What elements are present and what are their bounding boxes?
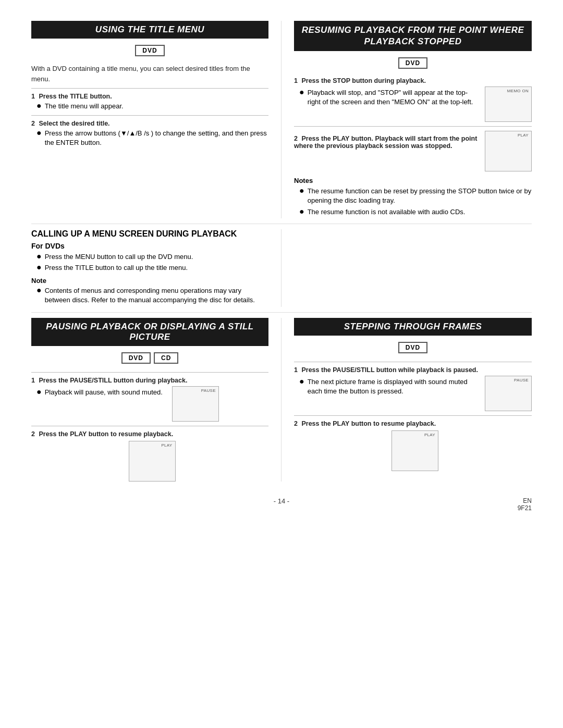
title-step-2-label: 2 Select the desired title. <box>31 120 268 127</box>
pause-step-1-bullet: ● Playback will pause, with sound muted. <box>36 388 163 397</box>
resume-note-2: ● The resume function is not available w… <box>299 207 532 217</box>
resume-step-1-label: 1 Press the STOP button during playback. <box>294 77 532 84</box>
calling-note-text: ● Contents of menus and corresponding me… <box>36 286 268 305</box>
calling-menu-title: CALLING UP A MENU SCREEN DURING PLAYBACK <box>31 229 268 239</box>
footer: - 14 - EN 9F21 <box>31 497 532 505</box>
step-frame-2-label: 2 Press the PLAY button to resume playba… <box>294 420 532 427</box>
resume-step-2-content: 2 Press the PLAY button. Playback will s… <box>294 131 532 171</box>
stepping-frames-section: STEPPING THROUGH FRAMES DVD 1 Press the … <box>282 318 532 482</box>
dvd-badge-title: DVD <box>135 45 164 56</box>
calling-menu-subtitle: For DVDs <box>31 242 268 250</box>
calling-note-label: Note <box>31 277 268 285</box>
calling-bullet-1: ● Press the MENU button to call up the D… <box>36 252 268 262</box>
memo-on-image: MEMO ON <box>485 87 532 122</box>
title-menu-intro: With a DVD containing a title menu, you … <box>31 64 268 84</box>
dvd-badge-step: DVD <box>398 342 427 353</box>
step-pause-image: PAUSE <box>485 376 532 411</box>
product-code: 9F21 <box>518 504 532 512</box>
title-step-1-label: 1 Press the TITLE button. <box>31 93 268 100</box>
using-title-menu-section: USING THE TITLE MENU DVD With a DVD cont… <box>31 21 282 218</box>
language-label: EN <box>518 497 532 504</box>
step-frame-1-bullet: ● The next picture frame is displayed wi… <box>299 377 475 396</box>
pause-image: PAUSE <box>172 386 219 422</box>
pause-step-1-content: ● Playback will pause, with sound muted.… <box>31 386 268 422</box>
play-resume-image: PLAY <box>485 131 532 171</box>
resuming-playback-title: RESUMING PLAYBACK FROM THE POINT WHERE P… <box>294 21 532 51</box>
dvd-badge-resume: DVD <box>398 57 427 69</box>
resume-step-1-content: ● Playback will stop, and "STOP" will ap… <box>294 87 532 122</box>
pausing-playback-title: PAUSING PLAYBACK OR DISPLAYING A STILL P… <box>31 318 268 346</box>
pausing-badges: DVD CD <box>31 350 268 368</box>
pause-step-2-label: 2 Press the PLAY button to resume playba… <box>31 430 268 438</box>
cd-badge-pause: CD <box>154 352 178 364</box>
resume-step-1-bullet: ● Playback will stop, and "STOP" will ap… <box>299 88 478 107</box>
notes-label: Notes <box>294 177 532 184</box>
play-step-image: PLAY <box>391 430 438 471</box>
calling-menu-section: CALLING UP A MENU SCREEN DURING PLAYBACK… <box>31 229 282 307</box>
resume-note-1: ● The resume function can be reset by pr… <box>299 187 532 205</box>
title-step-2-bullet: ● Press the arrow buttons (▼/▲/B /s ) to… <box>36 129 268 147</box>
pausing-playback-section: PAUSING PLAYBACK OR DISPLAYING A STILL P… <box>31 318 282 482</box>
pause-step-2-image-container: PLAY <box>31 441 268 482</box>
play-pause-image: PLAY <box>129 441 176 482</box>
step-frame-1-content: ● The next picture frame is displayed wi… <box>294 376 532 411</box>
dvd-badge-pause: DVD <box>121 352 151 364</box>
resume-step-2-label: 2 Press the PLAY button. Playback will s… <box>294 135 478 150</box>
page-number: - 14 - <box>274 497 289 505</box>
footer-right: EN 9F21 <box>518 497 532 512</box>
step-frame-1-label: 1 Press the PAUSE/STILL button while pla… <box>294 366 532 374</box>
calling-bullet-2: ● Press the TITLE button to call up the … <box>36 263 268 273</box>
pause-step-1-label: 1 Press the PAUSE/STILL button during pl… <box>31 377 268 384</box>
resuming-playback-section: RESUMING PLAYBACK FROM THE POINT WHERE P… <box>282 21 532 218</box>
stepping-frames-title: STEPPING THROUGH FRAMES <box>294 318 532 336</box>
step-frame-2-image-container: PLAY <box>294 430 532 471</box>
using-title-menu-title: USING THE TITLE MENU <box>31 21 268 39</box>
mid-right-empty <box>282 229 532 307</box>
title-step-1-bullet: ● The title menu will appear. <box>36 102 268 111</box>
